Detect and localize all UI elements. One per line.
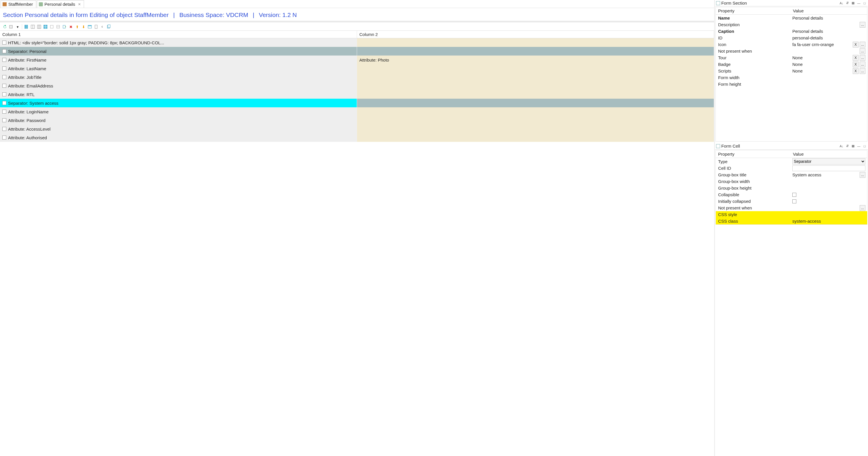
sort-az-icon[interactable]: A↓: [839, 144, 844, 148]
grid-cell-col1[interactable]: Separator: System access: [0, 99, 357, 107]
property-row[interactable]: Group-box width: [716, 178, 867, 185]
grid-cell-col1[interactable]: Attribute: RTL: [0, 90, 357, 99]
property-value[interactable]: ...: [790, 22, 867, 28]
grid-cell-col1[interactable]: Attribute: LastName: [0, 64, 357, 73]
property-value[interactable]: [790, 192, 867, 197]
property-row[interactable]: ScriptsNoneX...: [716, 68, 867, 74]
grid-row[interactable]: Attribute: EmailAddress: [0, 82, 714, 90]
maximize-icon[interactable]: □: [862, 144, 867, 148]
grid-cell-col1[interactable]: Attribute: LoginName: [0, 107, 357, 116]
property-row[interactable]: Initially collapsed: [716, 198, 867, 205]
grid-cell-col1[interactable]: Attribute: AccessLevel: [0, 125, 357, 133]
maximize-icon[interactable]: □: [862, 1, 867, 5]
grid-row[interactable]: Attribute: FirstNameAttribute: Photo: [0, 56, 714, 64]
row-checkbox[interactable]: [2, 58, 6, 62]
row-checkbox[interactable]: [2, 75, 6, 79]
property-value[interactable]: Separator: [790, 158, 867, 165]
property-row[interactable]: CSS classsystem-access: [716, 218, 867, 224]
clear-button[interactable]: X: [853, 55, 859, 61]
grid-row[interactable]: Attribute: Password: [0, 116, 714, 125]
property-value[interactable]: ...: [790, 48, 867, 54]
minimize-icon[interactable]: —: [857, 1, 861, 5]
grid-row[interactable]: Attribute: AccessLevel: [0, 125, 714, 133]
property-row[interactable]: Iconfa fa-user crm-orangeX...: [716, 41, 867, 48]
row-checkbox[interactable]: [2, 92, 6, 96]
property-value[interactable]: [790, 165, 867, 172]
browse-button[interactable]: ...: [860, 205, 865, 211]
grid-cell-col2[interactable]: [357, 125, 714, 133]
minimize-icon[interactable]: —: [857, 144, 861, 148]
property-select[interactable]: Separator: [792, 158, 865, 164]
grid-cell-col2[interactable]: [357, 90, 714, 99]
grid-row[interactable]: Attribute: Authorised: [0, 133, 714, 142]
toolbar-delete-icon[interactable]: ✖: [68, 24, 73, 29]
toolbar-refresh-icon[interactable]: [2, 24, 7, 29]
grid-cell-col1[interactable]: Attribute: Authorised: [0, 133, 357, 142]
toolbar-table-icon[interactable]: [43, 24, 48, 29]
grid-row[interactable]: Attribute: LastName: [0, 64, 714, 73]
property-row[interactable]: Form width: [716, 74, 867, 81]
grid-cell-col1[interactable]: Attribute: FirstName: [0, 56, 357, 64]
property-row[interactable]: Not present when...: [716, 48, 867, 54]
property-value[interactable]: [790, 181, 867, 182]
browse-button[interactable]: ...: [860, 62, 865, 67]
row-checkbox[interactable]: [2, 40, 6, 44]
row-checkbox[interactable]: [2, 110, 6, 114]
tree-icon[interactable]: ⇵: [845, 144, 849, 148]
grid-cell-col1[interactable]: Attribute: JobTitle: [0, 73, 357, 82]
tab-personal-details[interactable]: Personal details✕: [37, 0, 84, 8]
property-row[interactable]: IDpersonal-details: [716, 34, 867, 41]
property-value[interactable]: Personal details: [790, 29, 867, 34]
row-checkbox[interactable]: [2, 66, 6, 70]
toolbar-box2-icon[interactable]: [56, 24, 61, 29]
property-row[interactable]: NamePersonal details: [716, 15, 867, 21]
grid-cell-col1[interactable]: Attribute: EmailAddress: [0, 82, 357, 90]
tree-icon[interactable]: ⇵: [845, 1, 849, 5]
grid-cell-col2[interactable]: [357, 82, 714, 90]
property-value[interactable]: ...: [790, 205, 867, 211]
grid-cell-col2[interactable]: [357, 73, 714, 82]
property-row[interactable]: Form height: [716, 81, 867, 88]
property-checkbox[interactable]: [792, 200, 796, 204]
property-input[interactable]: [792, 165, 865, 171]
property-row[interactable]: Group-box height: [716, 185, 867, 191]
toolbar-window-icon[interactable]: [87, 24, 92, 29]
property-row[interactable]: BadgeNoneX...: [716, 61, 867, 68]
grid-row[interactable]: Attribute: LoginName: [0, 107, 714, 116]
toolbar-up-icon[interactable]: ⬆: [74, 24, 80, 29]
grid-row[interactable]: Separator: Personal: [0, 47, 714, 56]
toolbar-copy-icon[interactable]: [106, 24, 111, 29]
row-checkbox[interactable]: [2, 101, 6, 105]
row-checkbox[interactable]: [2, 135, 6, 140]
property-value[interactable]: [790, 199, 867, 204]
toolbar-layout1-icon[interactable]: [30, 24, 35, 29]
clear-button[interactable]: X: [853, 62, 859, 67]
grid-header-col2[interactable]: Column 2: [357, 31, 714, 38]
grid-cell-col2[interactable]: [357, 47, 714, 56]
sort-az-icon[interactable]: A↓: [839, 1, 844, 5]
property-value[interactable]: Personal details: [790, 15, 867, 21]
grid-row[interactable]: Separator: System access: [0, 99, 714, 107]
clear-button[interactable]: X: [853, 68, 859, 74]
property-row[interactable]: CSS style: [716, 211, 867, 218]
property-checkbox[interactable]: [792, 193, 796, 197]
grid-header-col1[interactable]: Column 1: [0, 31, 357, 38]
grid-row[interactable]: Attribute: JobTitle: [0, 73, 714, 82]
toolbar-doc-icon[interactable]: [93, 24, 99, 29]
grid-row[interactable]: HTML: <div style="border: solid 1px gray…: [0, 38, 714, 47]
grid-icon[interactable]: ▦: [851, 144, 855, 148]
toolbar-layout2-icon[interactable]: [36, 24, 42, 29]
property-value[interactable]: NoneX...: [790, 55, 867, 61]
grid-cell-col2[interactable]: [357, 116, 714, 125]
toolbar-dropdown-icon[interactable]: ▾: [15, 24, 20, 29]
toolbar-down-icon[interactable]: ⬇: [81, 24, 86, 29]
browse-button[interactable]: ...: [860, 22, 865, 28]
property-value[interactable]: [790, 78, 867, 78]
browse-button[interactable]: ...: [860, 172, 865, 178]
property-value[interactable]: [790, 188, 867, 188]
row-checkbox[interactable]: [2, 49, 6, 53]
grid-row[interactable]: Attribute: RTL: [0, 90, 714, 99]
grid-cell-col1[interactable]: HTML: <div style="border: solid 1px gray…: [0, 38, 357, 47]
property-value[interactable]: System access...: [790, 172, 867, 178]
grid-cell-col2[interactable]: [357, 38, 714, 47]
